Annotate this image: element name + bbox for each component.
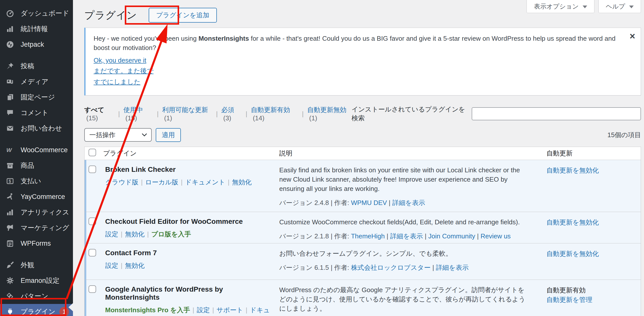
sidebar-item-dashboard[interactable]: ダッシュボード: [0, 6, 73, 21]
sidebar-item-emanon-settings[interactable]: Emanon設定: [0, 273, 73, 288]
auto-update-cell: 自動更新を無効化: [546, 243, 641, 280]
column-header-plugin: プラグイン: [103, 149, 279, 158]
gear-icon: [6, 276, 16, 285]
action-link[interactable]: 設定: [197, 306, 210, 314]
meta-link[interactable]: Review us: [480, 232, 511, 240]
sidebar-item-label: お問い合わせ: [21, 124, 62, 133]
admin-sidebar: ダッシュボード統計情報Jetpack投稿メディア固定ページコメントお問い合わせW…: [0, 0, 73, 316]
notice-link-already[interactable]: すでにしました: [94, 78, 140, 86]
notice-link-ok[interactable]: Ok, you deserve it: [94, 57, 146, 64]
action-link[interactable]: MonsterInsights Pro を入手: [105, 306, 190, 314]
sidebar-item-plugins[interactable]: プラグイン1: [0, 304, 73, 316]
separator: |: [138, 178, 145, 186]
sidebar-item-woocommerce[interactable]: WWooCommerce: [0, 142, 73, 158]
auto-update-link[interactable]: 自動更新を無効化: [546, 166, 641, 175]
sidebar-item-products[interactable]: 商品: [0, 158, 73, 173]
help-label: ヘルプ: [606, 2, 625, 11]
notice-link-later[interactable]: まだです。また後で: [94, 67, 153, 75]
separator: |: [153, 110, 162, 118]
filter-item[interactable]: すべて(15): [84, 106, 115, 122]
plugins-table: プラグイン 説明 自動更新 Broken Link Checkerクラウド版|ロ…: [84, 147, 641, 316]
meta-link[interactable]: WPMU DEV: [351, 199, 387, 206]
filter-count: (3): [223, 114, 231, 122]
plugin-actions: 設定|無効化: [105, 260, 274, 271]
update-count-badge: 1: [59, 307, 69, 316]
sidebar-item-label: 固定ページ: [21, 93, 55, 102]
meta-link[interactable]: 株式会社ロックロブスター: [351, 264, 430, 271]
filter-item[interactable]: 自動更新無効(1): [307, 106, 351, 122]
pin-icon: [6, 62, 16, 70]
bulk-actions-row: 一括操作 適用 15個の項目: [84, 128, 641, 142]
action-link[interactable]: 無効化: [232, 178, 252, 186]
separator: |: [190, 306, 197, 314]
action-link[interactable]: サポート: [217, 306, 243, 314]
meta-text: |: [423, 232, 428, 240]
sidebar-item-contact[interactable]: お問い合わせ: [0, 121, 73, 136]
search-input[interactable]: [472, 107, 641, 120]
apply-button[interactable]: 適用: [156, 128, 181, 142]
top-tabs: 表示オプション ヘルプ: [527, 0, 641, 13]
close-icon[interactable]: ×: [630, 31, 635, 41]
action-link[interactable]: 設定: [105, 262, 118, 269]
jetpack-icon: [6, 40, 16, 49]
notice-message: Hey - we noticed you've been using Monst…: [94, 34, 623, 52]
select-all-checkbox[interactable]: [89, 149, 96, 156]
sidebar-item-comments[interactable]: コメント: [0, 105, 73, 121]
filter-item[interactable]: 利用可能な更新(1): [162, 106, 212, 122]
sidebar-item-appearance[interactable]: 外観: [0, 257, 73, 273]
action-link[interactable]: クラウド版: [105, 178, 138, 186]
table-row: Contact Form 7設定|無効化お問い合わせフォームプラグイン。シンプル…: [85, 243, 641, 280]
sidebar-item-jetpack[interactable]: Jetpack: [0, 37, 73, 52]
add-plugin-button[interactable]: プラグインを追加: [149, 8, 217, 23]
separator: |: [298, 110, 307, 118]
description-cell: Customize WooCommerce checkout fields(Ad…: [279, 212, 546, 243]
sidebar-item-patterns[interactable]: パターン: [0, 288, 73, 304]
sidebar-item-media[interactable]: メディア: [0, 74, 73, 89]
plugin-name: Checkout Field Editor for WooCommerce: [105, 218, 274, 226]
auto-update-link[interactable]: 自動更新を無効化: [546, 249, 641, 258]
action-link[interactable]: 無効化: [125, 230, 145, 238]
sidebar-item-marketing[interactable]: マーケティング: [0, 220, 73, 236]
meta-link[interactable]: 詳細を表示: [390, 232, 423, 240]
filter-count: (15): [126, 114, 137, 122]
help-button[interactable]: ヘルプ: [598, 0, 641, 13]
meta-link[interactable]: 詳細を表示: [436, 264, 469, 271]
meta-link[interactable]: Join Community: [428, 232, 475, 240]
sidebar-item-stats[interactable]: 統計情報: [0, 21, 73, 37]
filter-count: (15): [86, 114, 98, 122]
sidebar-item-yaycommerce[interactable]: YayCommerce: [0, 189, 73, 204]
sidebar-item-payments[interactable]: $支払い: [0, 173, 73, 189]
action-link[interactable]: ドキュメント: [185, 178, 225, 186]
separator: |: [242, 110, 251, 118]
sidebar-item-posts[interactable]: 投稿: [0, 58, 73, 74]
plugin-description: お問い合わせフォームプラグイン。シンプル、でも柔軟。: [279, 249, 529, 258]
plugin-description: Easily find and fix broken links on your…: [279, 166, 529, 193]
row-checkbox[interactable]: [89, 249, 96, 256]
sidebar-item-label: 商品: [21, 161, 34, 170]
screen-options-button[interactable]: 表示オプション: [527, 0, 594, 13]
filter-item[interactable]: 使用中(15): [124, 106, 153, 122]
row-checkbox[interactable]: [89, 218, 96, 225]
row-checkbox[interactable]: [89, 285, 96, 293]
sidebar-item-wpforms[interactable]: WPForms: [0, 236, 73, 251]
separator: |: [145, 230, 151, 238]
meta-link[interactable]: 詳細を表示: [392, 199, 425, 206]
filter-label: 自動更新無効: [307, 106, 346, 114]
action-link[interactable]: 設定: [105, 230, 118, 238]
bulk-action-select[interactable]: 一括操作: [84, 128, 152, 142]
plugin-name-cell: Contact Form 7設定|無効化: [103, 243, 279, 280]
meta-link[interactable]: ThemeHigh: [351, 232, 385, 240]
filter-item[interactable]: 必須(3): [221, 106, 242, 122]
action-link[interactable]: プロ版を入手: [151, 230, 191, 238]
filter-item[interactable]: 自動更新有効(14): [251, 106, 298, 122]
separator: |: [178, 178, 185, 186]
auto-update-link[interactable]: 自動更新を管理: [546, 295, 641, 304]
action-link[interactable]: ローカル版: [145, 178, 178, 186]
sidebar-item-analytics[interactable]: アナリティクス: [0, 204, 73, 220]
sidebar-item-label: ダッシュボード: [21, 9, 69, 18]
sidebar-item-pages[interactable]: 固定ページ: [0, 89, 73, 105]
row-checkbox[interactable]: [89, 166, 96, 173]
auto-update-link[interactable]: 自動更新を無効化: [546, 218, 641, 227]
table-header: プラグイン 説明 自動更新: [85, 147, 641, 160]
action-link[interactable]: 無効化: [125, 262, 145, 269]
